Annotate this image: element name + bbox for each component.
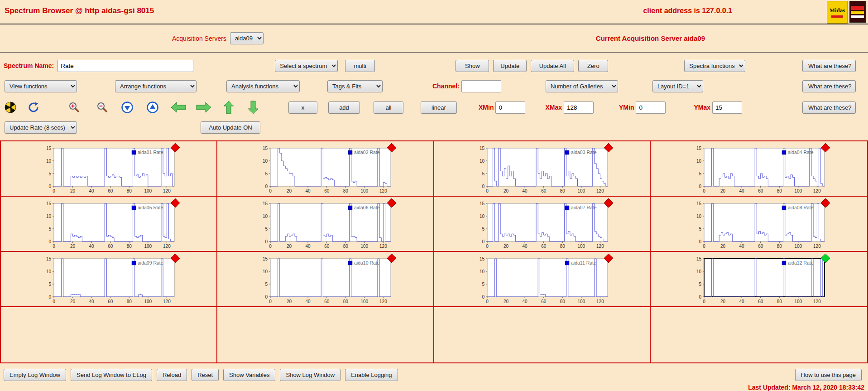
x-tick-label: 100 bbox=[794, 244, 802, 249]
show-variables-button[interactable]: Show Variables bbox=[223, 369, 275, 381]
shift-up-icon[interactable] bbox=[147, 101, 158, 113]
y-tick-label: 0 bbox=[49, 294, 52, 299]
acq-servers-label: Acquisition Servers bbox=[172, 35, 226, 42]
legend-label: aida12 Rate bbox=[788, 260, 814, 265]
x-tick-label: 100 bbox=[361, 299, 369, 304]
x-tick-label: 120 bbox=[596, 188, 604, 193]
midas-logo[interactable]: Midas bbox=[827, 1, 848, 24]
spectrum-name-input[interactable] bbox=[58, 60, 193, 72]
spectrum-panel-aida01[interactable]: 051015020406080100120aida01 Rate bbox=[1, 141, 217, 197]
spectrum-panel-aida10[interactable]: 051015020406080100120aida10 Rate bbox=[217, 252, 434, 307]
all-button[interactable]: all bbox=[374, 101, 403, 114]
spectrum-panel-aida06[interactable]: 051015020406080100120aida06 Rate bbox=[217, 197, 434, 252]
what-are-these-button-functions[interactable]: What are these? bbox=[802, 80, 856, 92]
y-tick-label: 0 bbox=[699, 294, 701, 299]
shift-down-icon[interactable] bbox=[121, 101, 133, 113]
legend-marker bbox=[348, 261, 352, 265]
empty-log-window-button[interactable]: Empty Log Window bbox=[4, 369, 66, 381]
send-log-to-elog-button[interactable]: Send Log Window to ELog bbox=[71, 369, 152, 381]
what-are-these-button-zoom[interactable]: What are these? bbox=[802, 101, 856, 114]
spectrum-panel-aida04[interactable]: 051015020406080100120aida04 Rate bbox=[651, 141, 867, 197]
facility-logo[interactable] bbox=[849, 1, 866, 23]
spectrum-panel-aida08[interactable]: 051015020406080100120aida08 Rate bbox=[651, 197, 867, 252]
chart-aida04: 051015020406080100120aida04 Rate bbox=[684, 142, 834, 195]
update-button[interactable]: Update bbox=[493, 60, 527, 72]
linear-button[interactable]: linear bbox=[421, 101, 457, 114]
select-spectrum-dropdown[interactable]: Select a spectrum bbox=[275, 60, 338, 72]
x-tick-label: 40 bbox=[306, 244, 311, 249]
x-tick-label: 20 bbox=[287, 244, 292, 249]
pan-down-icon[interactable] bbox=[248, 101, 259, 114]
refresh-icon[interactable] bbox=[28, 101, 39, 113]
tags-fits-dropdown[interactable]: Tags & Fits bbox=[327, 80, 383, 92]
y-tick-label: 5 bbox=[265, 282, 268, 287]
enable-logging-button[interactable]: Enable Logging bbox=[345, 369, 398, 381]
x-tick-label: 0 bbox=[703, 299, 705, 304]
y-tick-label: 10 bbox=[263, 269, 268, 274]
show-button[interactable]: Show bbox=[456, 60, 489, 72]
xmax-input[interactable] bbox=[564, 101, 594, 114]
page-title: Spectrum Browser @ http aidas-gsi 8015 bbox=[5, 6, 154, 15]
x-tick-label: 60 bbox=[325, 244, 330, 249]
pan-up-icon[interactable] bbox=[223, 101, 234, 114]
chart-aida01: 051015020406080100120aida01 Rate bbox=[34, 142, 183, 195]
reload-button[interactable]: Reload bbox=[157, 369, 187, 381]
legend-label: aida02 Rate bbox=[354, 150, 380, 155]
how-to-use-button[interactable]: How to use this page bbox=[795, 369, 862, 381]
auto-update-button[interactable]: Auto Update ON bbox=[201, 121, 260, 134]
spectrum-panel-aida11[interactable]: 051015020406080100120aida11 Rate bbox=[434, 252, 651, 307]
x-tick-label: 80 bbox=[127, 188, 132, 193]
reset-button[interactable]: Reset bbox=[192, 369, 219, 381]
ymin-label: YMin bbox=[619, 104, 634, 111]
legend-label: aida06 Rate bbox=[354, 205, 380, 210]
view-functions-dropdown[interactable]: View functions bbox=[5, 80, 77, 92]
spectrum-panel-aida09[interactable]: 051015020406080100120aida09 Rate bbox=[1, 252, 217, 307]
show-log-window-button[interactable]: Show Log Window bbox=[280, 369, 340, 381]
spectrum-panel-aida12[interactable]: 051015020406080100120aida12 Rate bbox=[651, 252, 867, 307]
x-tick-label: 80 bbox=[127, 299, 132, 304]
spectrum-panel-aida03[interactable]: 051015020406080100120aida03 Rate bbox=[434, 141, 651, 197]
pan-left-icon[interactable] bbox=[171, 102, 186, 113]
x-tick-label: 100 bbox=[361, 188, 369, 193]
zoom-in-icon[interactable] bbox=[68, 101, 81, 113]
x-tick-label: 60 bbox=[108, 299, 113, 304]
y-tick-label: 5 bbox=[265, 227, 268, 232]
client-address: client address is 127.0.0.1 bbox=[643, 7, 732, 15]
update-all-button[interactable]: Update All bbox=[531, 60, 574, 72]
x-tick-label: 40 bbox=[522, 244, 528, 249]
x-tick-label: 40 bbox=[89, 188, 95, 193]
layout-id-dropdown[interactable]: Layout ID=1 bbox=[652, 80, 703, 92]
acq-server-select[interactable]: aida09 bbox=[230, 32, 264, 44]
x-button[interactable]: x bbox=[288, 101, 317, 114]
pan-right-icon[interactable] bbox=[196, 102, 211, 113]
add-button[interactable]: add bbox=[328, 101, 360, 114]
y-tick-label: 0 bbox=[482, 184, 484, 189]
zoom-out-icon[interactable] bbox=[96, 101, 109, 113]
spectra-functions-dropdown[interactable]: Spectra functions bbox=[684, 60, 745, 72]
update-rate-dropdown[interactable]: Update Rate (8 secs) bbox=[5, 121, 77, 134]
midas-logo-text: Midas bbox=[830, 7, 845, 14]
multi-button[interactable]: multi bbox=[345, 60, 375, 72]
number-of-galleries-dropdown[interactable]: Number of Galleries bbox=[546, 80, 618, 92]
ymax-label: YMax bbox=[694, 104, 710, 111]
spectrum-panel-aida02[interactable]: 051015020406080100120aida02 Rate bbox=[217, 141, 434, 197]
x-tick-label: 20 bbox=[720, 244, 726, 249]
ymax-input[interactable] bbox=[712, 101, 742, 114]
radiation-icon[interactable] bbox=[5, 101, 16, 113]
x-tick-label: 40 bbox=[522, 299, 528, 304]
ymin-input[interactable] bbox=[636, 101, 666, 114]
analysis-functions-dropdown[interactable]: Analysis functions bbox=[226, 80, 300, 92]
x-tick-label: 60 bbox=[758, 244, 763, 249]
logos: Midas bbox=[827, 1, 866, 24]
x-tick-label: 40 bbox=[522, 188, 528, 193]
spectrum-panel-aida05[interactable]: 051015020406080100120aida05 Rate bbox=[1, 197, 217, 252]
arrange-functions-dropdown[interactable]: Arrange functions bbox=[115, 80, 197, 92]
zero-button[interactable]: Zero bbox=[578, 60, 608, 72]
functions-row: View functions Arrange functions Analysi… bbox=[0, 79, 868, 93]
last-updated-text: Last Updated: March 12, 2020 18:33:42 bbox=[0, 384, 868, 391]
spectrum-panel-aida07[interactable]: 051015020406080100120aida07 Rate bbox=[434, 197, 651, 252]
channel-input[interactable] bbox=[461, 80, 501, 92]
what-are-these-button-spectrum[interactable]: What are these? bbox=[802, 60, 856, 72]
x-tick-label: 40 bbox=[306, 188, 311, 193]
xmin-input[interactable] bbox=[495, 101, 525, 114]
